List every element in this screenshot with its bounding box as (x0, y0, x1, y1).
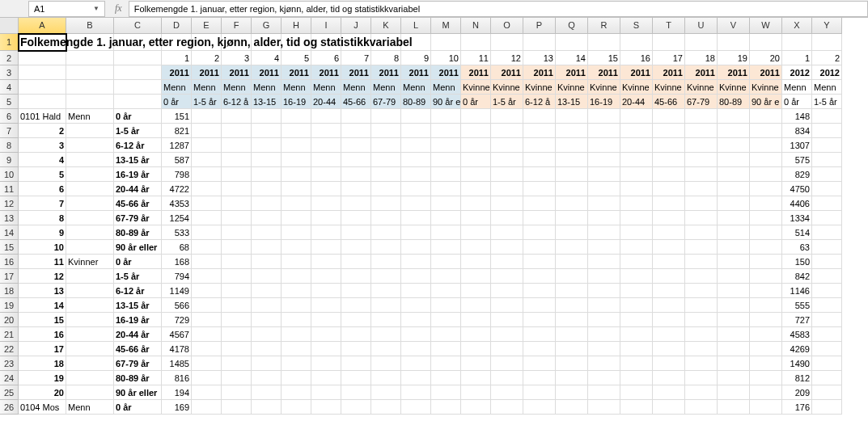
cell-C2[interactable] (114, 51, 162, 65)
cell-K24[interactable] (371, 371, 401, 385)
cell-U23[interactable] (685, 356, 718, 371)
cell-N22[interactable] (461, 342, 491, 356)
cell-F17[interactable] (222, 269, 252, 284)
cell-J22[interactable] (341, 342, 371, 356)
cell-U9[interactable] (685, 153, 718, 167)
cell-S22[interactable] (620, 342, 653, 356)
cell-G4[interactable]: Menn (252, 80, 282, 95)
cell-A5[interactable] (19, 95, 66, 109)
cell-K5[interactable]: 67-79 (371, 95, 401, 109)
cell-D4[interactable]: Menn (162, 80, 192, 95)
cell-O26[interactable] (491, 400, 523, 415)
cell-U21[interactable] (685, 327, 718, 342)
cell-X16[interactable]: 150 (782, 255, 812, 269)
cell-L25[interactable] (401, 385, 431, 400)
cell-T19[interactable] (653, 298, 685, 313)
row-header-1[interactable]: 1 (0, 34, 19, 51)
cell-H12[interactable] (282, 196, 311, 211)
cell-I5[interactable]: 20-44 (311, 95, 341, 109)
cell-B16[interactable]: Kvinner (66, 255, 114, 269)
cell-S5[interactable]: 20-44 (620, 95, 653, 109)
cell-W1[interactable] (750, 34, 782, 51)
cell-U15[interactable] (685, 240, 718, 255)
cell-Q23[interactable] (556, 356, 588, 371)
column-header-Y[interactable]: Y (812, 18, 842, 34)
cell-A23[interactable]: 18 (19, 356, 66, 371)
cell-M7[interactable] (431, 124, 461, 138)
cell-G22[interactable] (252, 342, 282, 356)
column-header-I[interactable]: I (311, 18, 341, 34)
cell-A12[interactable]: 7 (19, 196, 66, 211)
cell-Y15[interactable] (812, 240, 842, 255)
cell-T25[interactable] (653, 385, 685, 400)
cell-F4[interactable]: Menn (222, 80, 252, 95)
cell-E25[interactable] (192, 385, 222, 400)
cell-A24[interactable]: 19 (19, 371, 66, 385)
cell-C16[interactable]: 0 år (114, 255, 162, 269)
cell-H22[interactable] (282, 342, 311, 356)
cell-T10[interactable] (653, 167, 685, 182)
cell-F24[interactable] (222, 371, 252, 385)
cell-L20[interactable] (401, 313, 431, 327)
cell-J5[interactable]: 45-66 (341, 95, 371, 109)
cell-Q10[interactable] (556, 167, 588, 182)
cell-O17[interactable] (491, 269, 523, 284)
cell-B13[interactable] (66, 211, 114, 225)
cell-B10[interactable] (66, 167, 114, 182)
column-header-N[interactable]: N (461, 18, 491, 34)
cell-N17[interactable] (461, 269, 491, 284)
cell-Q6[interactable] (556, 109, 588, 124)
cell-X3[interactable]: 2012 (782, 65, 812, 80)
cell-E19[interactable] (192, 298, 222, 313)
cell-G2[interactable]: 4 (252, 51, 282, 65)
cell-U13[interactable] (685, 211, 718, 225)
cell-B9[interactable] (66, 153, 114, 167)
cell-I15[interactable] (311, 240, 341, 255)
cell-H26[interactable] (282, 400, 311, 415)
cell-L21[interactable] (401, 327, 431, 342)
cell-D26[interactable]: 169 (162, 400, 192, 415)
cell-C9[interactable]: 13-15 år (114, 153, 162, 167)
cell-J11[interactable] (341, 182, 371, 196)
cell-L26[interactable] (401, 400, 431, 415)
cell-C17[interactable]: 1-5 år (114, 269, 162, 284)
cell-Y2[interactable]: 2 (812, 51, 842, 65)
cell-L16[interactable] (401, 255, 431, 269)
cell-A15[interactable]: 10 (19, 240, 66, 255)
cell-L15[interactable] (401, 240, 431, 255)
cell-U1[interactable] (685, 34, 718, 51)
cell-H8[interactable] (282, 138, 311, 153)
cell-X13[interactable]: 1334 (782, 211, 812, 225)
column-header-G[interactable]: G (252, 18, 282, 34)
cell-H21[interactable] (282, 327, 311, 342)
cell-A26[interactable]: 0104 Mos (19, 400, 66, 415)
row-header-8[interactable]: 8 (0, 138, 19, 153)
cell-I7[interactable] (311, 124, 341, 138)
cell-Q2[interactable]: 14 (556, 51, 588, 65)
cell-E15[interactable] (192, 240, 222, 255)
cell-D3[interactable]: 2011 (162, 65, 192, 80)
cell-V21[interactable] (718, 327, 750, 342)
cell-V12[interactable] (718, 196, 750, 211)
cell-J18[interactable] (341, 284, 371, 298)
cell-W11[interactable] (750, 182, 782, 196)
cell-R9[interactable] (588, 153, 620, 167)
cell-U5[interactable]: 67-79 (685, 95, 718, 109)
cell-T18[interactable] (653, 284, 685, 298)
cell-W14[interactable] (750, 225, 782, 240)
cell-O20[interactable] (491, 313, 523, 327)
cell-O1[interactable] (491, 34, 523, 51)
cell-R11[interactable] (588, 182, 620, 196)
cell-K22[interactable] (371, 342, 401, 356)
cell-E11[interactable] (192, 182, 222, 196)
cell-W22[interactable] (750, 342, 782, 356)
cell-Q12[interactable] (556, 196, 588, 211)
cell-B22[interactable] (66, 342, 114, 356)
cell-D24[interactable]: 816 (162, 371, 192, 385)
cell-Y10[interactable] (812, 167, 842, 182)
row-header-20[interactable]: 20 (0, 313, 19, 327)
cell-I11[interactable] (311, 182, 341, 196)
cell-M1[interactable] (431, 34, 461, 51)
cell-V15[interactable] (718, 240, 750, 255)
cell-B11[interactable] (66, 182, 114, 196)
